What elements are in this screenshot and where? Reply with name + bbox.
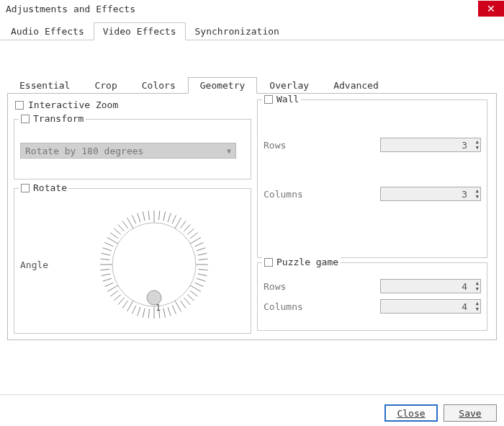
wall-group-head: Wall bbox=[262, 94, 301, 105]
wall-cols-label: Columns bbox=[264, 189, 303, 200]
svg-line-52 bbox=[114, 228, 121, 235]
svg-line-56 bbox=[132, 215, 135, 223]
svg-line-38 bbox=[114, 294, 121, 301]
svg-line-37 bbox=[118, 298, 125, 305]
svg-line-46 bbox=[100, 259, 109, 259]
svg-line-2 bbox=[163, 212, 166, 221]
svg-line-36 bbox=[122, 301, 128, 309]
svg-line-34 bbox=[132, 306, 135, 314]
svg-line-11 bbox=[195, 242, 204, 246]
spinner-arrows-icon[interactable]: ▲ ▼ bbox=[476, 188, 479, 200]
tab-synchronization[interactable]: Synchronization bbox=[186, 22, 289, 40]
rotate-checkbox[interactable] bbox=[21, 184, 30, 192]
svg-line-19 bbox=[195, 283, 204, 286]
svg-line-49 bbox=[104, 242, 113, 246]
wall-rows-label: Rows bbox=[264, 140, 286, 151]
window-close-button[interactable]: ✕ bbox=[478, 1, 504, 17]
interactive-zoom-checkbox[interactable] bbox=[15, 101, 24, 110]
transform-combobox[interactable]: Rotate by 180 degrees ▼ bbox=[20, 143, 236, 159]
svg-line-39 bbox=[110, 290, 118, 296]
puzzle-rows-spinner[interactable]: 4 ▲ ▼ bbox=[380, 279, 481, 293]
transform-label: Transform bbox=[33, 113, 84, 124]
subtab-colors[interactable]: Colors bbox=[130, 77, 188, 94]
svg-line-59 bbox=[148, 210, 149, 220]
svg-line-4 bbox=[172, 215, 176, 223]
title-bar: Adjustments and Effects ✕ bbox=[0, 0, 504, 17]
svg-line-44 bbox=[100, 269, 109, 270]
subtab-essential[interactable]: Essential bbox=[7, 77, 82, 94]
rotate-group-head: Rotate bbox=[19, 182, 69, 193]
svg-line-8 bbox=[187, 228, 194, 235]
sub-tab-bar: Essential Crop Colors Geometry Overlay A… bbox=[7, 76, 497, 94]
puzzle-rows-value: 4 bbox=[381, 281, 480, 292]
geometry-left-column: Interactive Zoom Transform Rotate by 180… bbox=[14, 99, 251, 334]
subtab-overlay[interactable]: Overlay bbox=[257, 77, 321, 94]
svg-line-14 bbox=[199, 259, 208, 259]
svg-line-55 bbox=[127, 218, 135, 229]
wall-rows-spinner[interactable]: 3 ▲ ▼ bbox=[380, 138, 481, 152]
svg-line-9 bbox=[190, 233, 198, 239]
svg-line-50 bbox=[107, 238, 119, 245]
svg-line-23 bbox=[184, 298, 190, 305]
svg-line-3 bbox=[168, 213, 171, 222]
svg-line-1 bbox=[158, 210, 159, 220]
svg-line-57 bbox=[138, 213, 140, 222]
transform-group-head: Transform bbox=[19, 113, 86, 124]
tab-audio-effects[interactable]: Audio Effects bbox=[1, 22, 94, 40]
dial-icon bbox=[93, 203, 215, 326]
chevron-down-icon: ▼ bbox=[227, 147, 231, 155]
dialog-button-bar: Close Save bbox=[384, 404, 497, 422]
puzzle-cols-label: Columns bbox=[264, 301, 303, 312]
svg-line-7 bbox=[184, 224, 190, 231]
wall-group: Wall Rows 3 ▲ ▼ Columns 3 bbox=[257, 99, 487, 258]
transform-checkbox[interactable] bbox=[21, 115, 30, 123]
subtab-crop[interactable]: Crop bbox=[82, 77, 129, 94]
close-icon: ✕ bbox=[487, 3, 495, 14]
wall-cols-spinner[interactable]: 3 ▲ ▼ bbox=[380, 187, 481, 201]
svg-line-5 bbox=[174, 218, 181, 229]
spinner-arrows-icon[interactable]: ▲ ▼ bbox=[476, 139, 479, 151]
svg-line-28 bbox=[163, 309, 166, 318]
svg-line-17 bbox=[198, 274, 207, 276]
wall-checkbox[interactable] bbox=[264, 95, 273, 104]
separator bbox=[0, 394, 504, 395]
svg-line-32 bbox=[143, 309, 145, 318]
svg-line-48 bbox=[103, 248, 112, 251]
svg-line-18 bbox=[197, 278, 205, 281]
wall-cols-value: 3 bbox=[381, 189, 480, 200]
svg-line-43 bbox=[102, 274, 111, 276]
wall-label: Wall bbox=[276, 94, 299, 105]
save-button[interactable]: Save bbox=[444, 404, 497, 422]
interactive-zoom-row: Interactive Zoom bbox=[15, 99, 251, 110]
puzzle-group: Puzzle game Rows 4 ▲ ▼ Columns 4 bbox=[257, 262, 487, 331]
svg-line-27 bbox=[168, 307, 171, 316]
puzzle-rows-label: Rows bbox=[264, 281, 286, 292]
close-button[interactable]: Close bbox=[384, 404, 438, 422]
svg-line-40 bbox=[107, 285, 119, 292]
puzzle-cols-spinner[interactable]: 4 ▲ ▼ bbox=[380, 299, 481, 314]
subtab-geometry[interactable]: Geometry bbox=[188, 77, 258, 94]
puzzle-group-head: Puzzle game bbox=[262, 257, 341, 267]
puzzle-label: Puzzle game bbox=[276, 257, 338, 267]
svg-line-58 bbox=[143, 212, 145, 221]
subtab-advanced[interactable]: Advanced bbox=[321, 77, 391, 94]
svg-line-20 bbox=[189, 285, 200, 292]
angle-dial[interactable]: 1 bbox=[63, 203, 245, 326]
svg-line-26 bbox=[172, 306, 176, 314]
svg-line-54 bbox=[122, 221, 128, 228]
svg-line-13 bbox=[198, 253, 207, 255]
svg-line-16 bbox=[199, 269, 208, 270]
svg-line-53 bbox=[118, 224, 125, 231]
spinner-arrows-icon[interactable]: ▲ ▼ bbox=[476, 280, 479, 292]
window-title: Adjustments and Effects bbox=[6, 4, 135, 14]
tab-video-effects[interactable]: Video Effects bbox=[94, 22, 186, 40]
interactive-zoom-label: Interactive Zoom bbox=[28, 99, 118, 110]
spinner-arrows-icon[interactable]: ▲ ▼ bbox=[476, 301, 479, 312]
transform-group: Transform Rotate by 180 degrees ▼ bbox=[14, 119, 251, 179]
svg-line-25 bbox=[174, 299, 181, 311]
svg-line-31 bbox=[148, 309, 149, 319]
geometry-right-column: Wall Rows 3 ▲ ▼ Columns 3 bbox=[257, 99, 487, 334]
puzzle-checkbox[interactable] bbox=[264, 258, 273, 267]
svg-line-10 bbox=[189, 238, 200, 245]
svg-line-35 bbox=[127, 299, 135, 311]
